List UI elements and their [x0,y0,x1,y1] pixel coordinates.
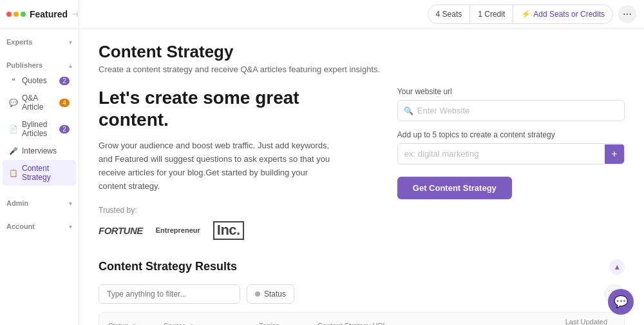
chevron-down-icon-admin: ▾ [69,200,72,207]
sidebar-account-label: Account [6,222,35,230]
website-url-group: 🔍 [397,100,625,121]
logo-area: Featured ⊣ [0,0,79,29]
add-seats-button[interactable]: ⚡ Add Seats or Credits [513,5,612,23]
results-controls: Status ⚙ [99,284,625,304]
col-updated-label: Last Updated [565,318,607,325]
sidebar-publishers-label: Publishers [6,61,43,69]
trusted-by-label: Trusted by: [99,206,372,215]
status-dot-icon [255,291,260,297]
sidebar-interviews-label: Interviews [22,146,70,155]
sidebar-item-bylined-articles[interactable]: 📄 Bylined Articles 2 [3,116,76,142]
hero-description: Grow your audience and boost web traffic… [99,139,330,193]
qa-badge: 4 [59,99,70,107]
col-source: Source ⇅ [155,313,250,325]
status-button-label: Status [264,290,286,299]
col-topics: Topics [250,313,308,325]
mic-icon: 🎤 [9,146,18,155]
page-subtitle: Create a content strategy and receive Q&… [99,64,625,74]
sidebar-cat-experts[interactable]: Experts ▾ [0,33,79,48]
sidebar-cat-publishers[interactable]: Publishers ▴ [0,56,79,72]
logo-dots [6,12,26,17]
results-title-text: Content Strategy Results [99,260,237,273]
page-title: Content Strategy [99,42,625,62]
sort-icon-source[interactable]: ⇅ [190,323,195,325]
website-url-input[interactable] [397,100,625,121]
article-icon: 📄 [9,124,18,133]
quotes-badge: 2 [59,77,70,85]
lightning-icon: ⚡ [521,10,531,19]
strategy-icon: 📋 [9,168,18,177]
sidebar-account-section: Account ▾ [0,213,79,237]
chat-bubble-button[interactable]: 💬 [608,289,634,315]
chevron-down-icon: ▾ [69,39,72,46]
sidebar-experts-label: Experts [6,38,32,46]
inc-logo: Inc. [213,221,244,239]
url-field-label: Your website url [397,87,625,96]
sidebar-admin-section: Admin ▾ [0,190,79,213]
topics-input[interactable] [398,144,605,164]
hero-heading: Let's create some great content. [99,87,372,130]
search-icon: 🔍 [404,106,413,115]
sidebar-experts-section: Experts ▾ [0,29,79,52]
col-status: Status ⇅ [99,313,155,325]
sidebar-qa-label: Q&A Article [22,94,55,112]
quote-icon: ❝ [9,76,18,85]
sidebar-item-content-strategy[interactable]: 📋 Content Strategy [3,160,76,186]
user-menu-button[interactable]: ⋯ [618,5,636,23]
add-topic-button[interactable]: + [605,144,624,164]
fortune-logo: FORTUNE [99,225,143,236]
sidebar-collapse-icon[interactable]: ⊣ [71,10,78,19]
sidebar-publishers-section: Publishers ▴ ❝ Quotes 2 💬 Q&A Article 4 … [0,52,79,190]
brand-logos: FORTUNE Entrepreneur Inc. [99,221,372,239]
logo-dot-green [21,12,26,17]
sidebar-bylined-label: Bylined Articles [22,120,55,138]
col-updated: Last Updated ⇅ [556,313,624,325]
chat-icon: 💬 [9,98,18,107]
results-filter-input[interactable] [99,284,240,304]
page-header: Content Strategy Create a content strate… [99,42,625,74]
main-content: Content Strategy Create a content strate… [79,29,644,325]
sidebar-item-qa-article[interactable]: 💬 Q&A Article 4 [3,90,76,115]
sidebar-quotes-label: Quotes [22,76,55,85]
sidebar-admin-label: Admin [6,199,28,207]
entrepreneur-logo: Entrepreneur [156,226,200,234]
seats-info: 4 Seats [428,5,471,23]
header-bar: 4 Seats 1 Credit ⚡ Add Seats or Credits … [79,0,644,29]
results-header: Content Strategy Results ▴ [99,259,625,275]
topics-field-label: Add up to 5 topics to create a content s… [397,130,625,139]
col-topics-label: Topics [259,322,279,325]
col-url: Content Strategy URL [308,313,556,325]
table-header: Status ⇅ Source ⇅ Topics Content Strateg… [99,313,624,325]
col-source-label: Source [164,322,186,325]
sidebar-cat-account[interactable]: Account ▾ [0,217,79,233]
chevron-down-icon-account: ▾ [69,223,72,230]
results-collapse-button[interactable]: ▴ [609,259,625,275]
results-section: Content Strategy Results ▴ Status ⚙ Stat… [99,259,625,325]
status-filter-button[interactable]: Status [247,284,294,304]
topics-input-group: + [397,143,625,164]
hero-right-form: Your website url 🔍 Add up to 5 topics to… [397,87,625,240]
add-seats-label: Add Seats or Credits [533,10,605,19]
hero-section: Let's create some great content. Grow yo… [99,87,625,240]
logo-dot-yellow [14,12,19,17]
bylined-badge: 2 [59,125,70,133]
sort-icon-status[interactable]: ⇅ [132,323,137,325]
sidebar-item-interviews[interactable]: 🎤 Interviews [3,143,76,159]
sidebar-content-strategy-label: Content Strategy [22,164,70,182]
sidebar: Featured ⊣ Experts ▾ Publishers ▴ ❝ Quot… [0,0,79,325]
sidebar-cat-admin[interactable]: Admin ▾ [0,194,79,210]
header-credits-pill: 4 Seats 1 Credit ⚡ Add Seats or Credits [428,5,613,24]
results-table-wrap: Status ⇅ Source ⇅ Topics Content Strateg… [99,312,625,325]
hero-left: Let's create some great content. Grow yo… [99,87,372,240]
chevron-up-icon: ▴ [69,62,72,69]
sidebar-item-quotes[interactable]: ❝ Quotes 2 [3,72,76,89]
col-status-label: Status [108,322,128,325]
logo-dot-red [6,12,12,17]
logo-text: Featured [30,9,68,19]
col-url-label: Content Strategy URL [317,322,387,325]
get-content-strategy-button[interactable]: Get Content Strategy [397,177,512,199]
credit-info: 1 Credit [470,5,513,23]
results-table: Status ⇅ Source ⇅ Topics Content Strateg… [99,313,624,325]
